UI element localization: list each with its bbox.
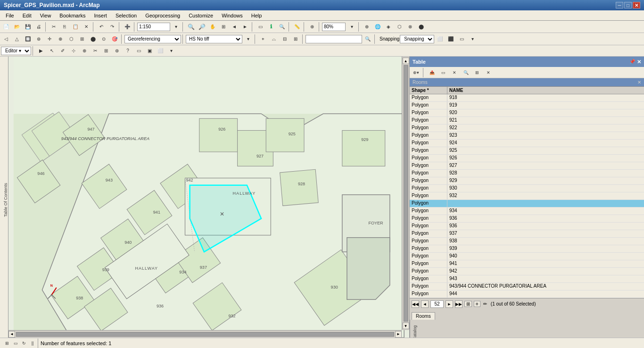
col-shape-header[interactable]: Shape *: [410, 87, 447, 94]
table-row[interactable]: Polygon 918: [410, 94, 644, 102]
redo-button[interactable]: ↷: [107, 22, 117, 32]
nav-first-btn[interactable]: ◀◀: [412, 300, 419, 308]
back-extent-button[interactable]: ◄: [229, 22, 239, 32]
scale-dropdown[interactable]: ▾: [171, 22, 181, 32]
snap-btn3[interactable]: ⊟: [280, 34, 290, 44]
table-select-btn[interactable]: ▭: [438, 67, 448, 78]
select-features-button[interactable]: ▭: [255, 22, 265, 32]
menu-insert[interactable]: Insert: [90, 12, 111, 19]
status-refresh-btn[interactable]: ↻: [20, 339, 28, 348]
print-button[interactable]: 🖨: [33, 22, 44, 32]
edit-tool-btn3[interactable]: ✐: [58, 46, 68, 56]
status-stop-btn[interactable]: ||: [28, 339, 37, 348]
edit-tool-btn7[interactable]: ⊞: [101, 46, 111, 56]
edit-tool-btn4[interactable]: ⊹: [68, 46, 79, 56]
zoom-in-button[interactable]: 🔍: [186, 22, 196, 32]
pan-button[interactable]: ✋: [207, 22, 218, 32]
table-row[interactable]: Polygon 922: [410, 124, 644, 132]
table-row[interactable]: Polygon 923: [410, 132, 644, 140]
map-scroll-right[interactable]: ►: [395, 331, 402, 338]
copy-button[interactable]: ⎘: [59, 22, 70, 32]
georef-btn2[interactable]: △: [12, 34, 22, 44]
map-area[interactable]: ✕ N 943/944 CONNECTOR PURGATORIAL AREA 9…: [8, 57, 409, 338]
georef-btn8[interactable]: ⊞: [77, 34, 87, 44]
hs-dropdown[interactable]: HS No tiff: [186, 35, 242, 43]
snap-btn2[interactable]: ⌓: [269, 34, 279, 44]
add-data-button[interactable]: ➕: [122, 22, 132, 32]
toolbox-btn6[interactable]: ⬤: [416, 22, 426, 32]
georef-btn10[interactable]: ⊙: [99, 34, 109, 44]
menu-file[interactable]: File: [2, 12, 18, 19]
map-scroll-left[interactable]: ◄: [8, 331, 15, 338]
edit-tool-btn12[interactable]: ⬜: [155, 46, 165, 56]
edit-tool-btn5[interactable]: ⊕: [79, 46, 90, 56]
table-row[interactable]: Polygon 928: [410, 170, 644, 177]
open-button[interactable]: 📂: [12, 22, 22, 32]
table-row[interactable]: Polygon 944: [410, 290, 644, 298]
map-scroll-down[interactable]: ▼: [403, 323, 409, 329]
search-btn[interactable]: 🔍: [363, 34, 373, 44]
snapping-toggle4[interactable]: ▾: [467, 34, 478, 44]
table-row[interactable]: Polygon 936: [410, 223, 644, 230]
georef-btn1[interactable]: ◁: [1, 34, 11, 44]
search-input[interactable]: [305, 35, 362, 43]
table-row[interactable]: Polygon: [410, 200, 644, 207]
edit-tool-btn13[interactable]: ▾: [166, 46, 176, 56]
full-extent-button[interactable]: ⊞: [218, 22, 229, 32]
table-row[interactable]: Polygon 924: [410, 140, 644, 147]
table-row[interactable]: Polygon 929: [410, 177, 644, 185]
rooms-tab[interactable]: Rooms: [412, 312, 435, 320]
table-delete-btn[interactable]: ✕: [483, 67, 494, 78]
table-view-toggle2[interactable]: ≡: [474, 301, 480, 307]
menu-selection[interactable]: Selection: [112, 12, 140, 19]
menu-help[interactable]: Help: [248, 12, 266, 19]
table-row[interactable]: Polygon 937: [410, 230, 644, 238]
georef-btn7[interactable]: ⬡: [66, 34, 76, 44]
table-row[interactable]: Polygon 941: [410, 260, 644, 268]
table-clear-btn[interactable]: ✕: [449, 67, 460, 78]
toolbox-btn2[interactable]: 🌐: [372, 22, 383, 32]
menu-geoprocessing[interactable]: Geoprocessing: [141, 12, 184, 19]
georef-btn6[interactable]: ⊕: [55, 34, 66, 44]
toolbox-btn4[interactable]: ⬡: [394, 22, 405, 32]
status-icon2[interactable]: ▭: [11, 339, 20, 348]
menu-windows[interactable]: Windows: [218, 12, 247, 19]
table-edit-icon[interactable]: ✏: [483, 301, 487, 307]
menu-view[interactable]: View: [36, 12, 55, 19]
edit-tool-btn11[interactable]: ▣: [144, 46, 155, 56]
map-vscroll[interactable]: ▲ ▼: [402, 57, 409, 330]
table-row[interactable]: Polygon 925: [410, 147, 644, 155]
edit-tool-btn1[interactable]: ▶: [36, 46, 46, 56]
edit-tool-btn8[interactable]: ⊛: [112, 46, 122, 56]
undo-button[interactable]: ↶: [96, 22, 107, 32]
nav-last-btn[interactable]: ▶▶: [455, 300, 462, 308]
edit-tool-btn6[interactable]: ✂: [90, 46, 100, 56]
find-button[interactable]: 🔍: [277, 22, 287, 32]
table-row[interactable]: Polygon 930: [410, 185, 644, 192]
zoom-percent-input[interactable]: [322, 23, 346, 31]
table-row[interactable]: Polygon 936: [410, 215, 644, 223]
table-row[interactable]: Polygon 943: [410, 275, 644, 283]
col-name-header[interactable]: NAME: [447, 87, 644, 94]
georef-btn3[interactable]: 🔲: [23, 34, 33, 44]
edit-tool-btn10[interactable]: ▭: [133, 46, 144, 56]
georef-btn4[interactable]: ⊛: [33, 34, 44, 44]
editor-dropdown[interactable]: Editor ▾: [1, 47, 31, 55]
edit-tool-btn2[interactable]: ↖: [47, 46, 57, 56]
table-row[interactable]: Polygon 927: [410, 162, 644, 170]
rooms-close-icon[interactable]: ✕: [637, 80, 641, 85]
hs-dropdown-btn[interactable]: ▾: [243, 34, 253, 44]
toolbox-btn1[interactable]: ⊕: [362, 22, 372, 32]
nav-next-btn[interactable]: ►: [446, 300, 453, 308]
menu-edit[interactable]: Edit: [19, 12, 35, 19]
table-row[interactable]: Polygon 926: [410, 155, 644, 162]
map-scroll-up[interactable]: ▲: [403, 58, 409, 64]
table-row[interactable]: Polygon 943/944 CONNECTOR PURGATORIAL AR…: [410, 283, 644, 290]
forward-extent-button[interactable]: ►: [240, 22, 250, 32]
cut-button[interactable]: ✂: [49, 22, 59, 32]
table-row[interactable]: Polygon 920: [410, 109, 644, 117]
table-row[interactable]: Polygon 934: [410, 207, 644, 215]
map-hscroll[interactable]: ◄ ►: [8, 330, 402, 338]
measure-button[interactable]: 📏: [292, 22, 302, 32]
save-button[interactable]: 💾: [23, 22, 33, 32]
